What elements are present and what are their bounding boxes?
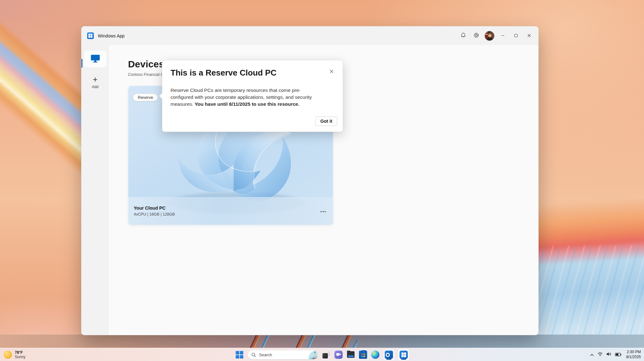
- search-placeholder: Search: [259, 353, 305, 357]
- taskbar: 78°F Sunny Search: [0, 348, 644, 361]
- volume-button[interactable]: [606, 352, 612, 358]
- reserve-badge: Reserve: [133, 93, 158, 101]
- card-more-menu-button[interactable]: [320, 209, 326, 212]
- gear-icon: [473, 32, 479, 39]
- wifi-icon: [597, 352, 603, 358]
- bell-icon: [461, 32, 466, 39]
- tray-chevron-button[interactable]: [590, 352, 594, 358]
- speaker-icon: [606, 352, 612, 358]
- microsoft-store-button[interactable]: [359, 351, 367, 359]
- got-it-button[interactable]: Got it: [315, 116, 337, 126]
- battery-button[interactable]: [615, 352, 621, 358]
- chevron-up-icon: [590, 352, 594, 358]
- minimize-icon: [501, 33, 505, 39]
- account-avatar[interactable]: [485, 31, 494, 41]
- tray-time: 2:30 PM: [626, 350, 641, 355]
- open-app-indicator: [386, 359, 391, 360]
- cloud-pc-name: Your Cloud PC: [134, 206, 175, 211]
- battery-icon: [615, 352, 621, 358]
- maximize-icon: [514, 33, 518, 39]
- cloud-pc-specs: 4vCPU | 16GB | 128GB: [134, 212, 175, 217]
- edge-browser-button[interactable]: [371, 351, 379, 359]
- windows-app-window: Windows App: [81, 26, 539, 335]
- sidebar-add-button[interactable]: + Add: [92, 76, 98, 89]
- taskbar-search[interactable]: Search: [248, 350, 318, 359]
- reserve-cloud-pc-dialog: This is a Reserve Cloud PC Reserve Cloud…: [162, 60, 343, 132]
- minimize-button[interactable]: [496, 26, 509, 45]
- settings-button[interactable]: [470, 26, 483, 45]
- card-footer: Your Cloud PC 4vCPU | 16GB | 128GB: [128, 197, 333, 225]
- close-icon: [527, 33, 531, 39]
- weather-widget[interactable]: 78°F Sunny: [4, 348, 25, 361]
- maximize-button[interactable]: [509, 26, 523, 45]
- window-title: Windows App: [98, 33, 125, 38]
- monitor-icon: [91, 54, 100, 64]
- tray-clock[interactable]: 2:30 PM 8/1/2025: [626, 350, 641, 359]
- close-button[interactable]: [523, 26, 536, 45]
- sun-icon: [4, 351, 12, 359]
- titlebar[interactable]: Windows App: [81, 26, 538, 45]
- sidebar: + Add: [81, 45, 109, 335]
- sidebar-item-devices[interactable]: [84, 51, 107, 68]
- wifi-button[interactable]: [597, 352, 603, 358]
- tray-date: 8/1/2025: [626, 355, 641, 360]
- search-highlight-image: [305, 350, 318, 359]
- chat-teams-button[interactable]: [334, 351, 343, 359]
- desktop: Windows App: [0, 0, 644, 361]
- outlook-button[interactable]: [384, 349, 394, 360]
- windows-logo-icon: [236, 351, 243, 358]
- windows-app-icon: [400, 351, 408, 359]
- dialog-body: Reserve Cloud PCs are temporary resource…: [171, 87, 333, 108]
- outlook-icon: [385, 351, 393, 359]
- dialog-title: This is a Reserve Cloud PC: [171, 68, 277, 78]
- file-explorer-button[interactable]: [347, 351, 355, 359]
- close-icon: [329, 69, 334, 75]
- dialog-close-button[interactable]: [328, 68, 336, 76]
- start-button[interactable]: [235, 351, 244, 359]
- notifications-button[interactable]: [456, 26, 470, 45]
- plus-icon: +: [93, 76, 98, 83]
- wallpaper-stripes: [241, 333, 357, 348]
- dialog-body-bold: You have until 8/11/2025 to use this res…: [195, 101, 300, 107]
- weather-condition: Sunny: [15, 355, 25, 359]
- search-icon: [251, 353, 256, 357]
- windows-app-icon: [87, 32, 94, 39]
- open-app-indicator: [401, 359, 406, 360]
- windows-app-taskbar-button[interactable]: [398, 349, 409, 360]
- ellipsis-icon: [320, 208, 326, 213]
- weather-temp: 78°F: [15, 350, 25, 355]
- add-label: Add: [92, 85, 98, 89]
- store-icon: [361, 353, 365, 357]
- selected-indicator: [81, 59, 82, 68]
- task-view-button[interactable]: [322, 351, 330, 359]
